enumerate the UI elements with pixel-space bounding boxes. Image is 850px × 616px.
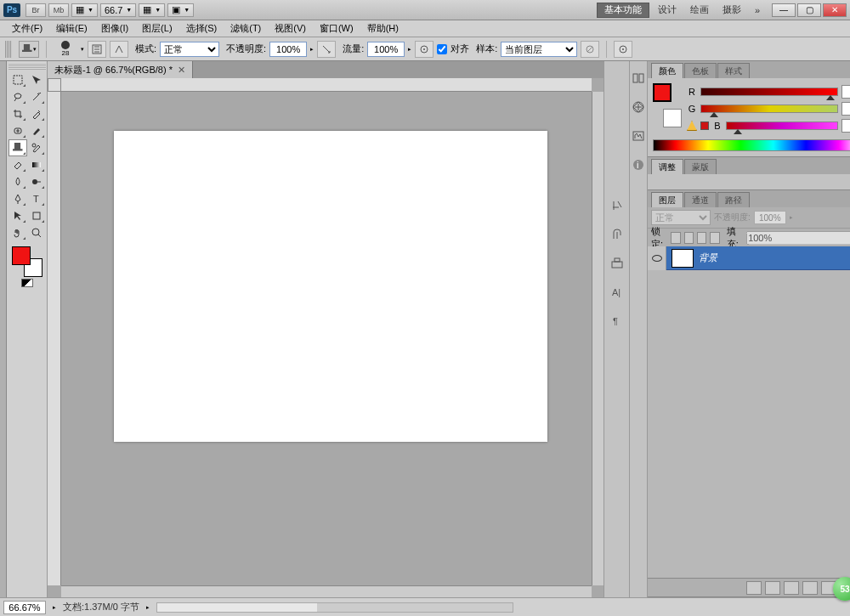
- hand-tool[interactable]: [8, 224, 27, 241]
- menu-view[interactable]: 视图(V): [268, 22, 313, 35]
- eyedropper-tool[interactable]: [27, 105, 46, 122]
- ruler-vertical[interactable]: [48, 92, 61, 585]
- zoom-input[interactable]: [3, 601, 46, 614]
- flow-input[interactable]: [367, 42, 405, 57]
- menu-filter[interactable]: 滤镜(T): [224, 22, 268, 35]
- history-panel-icon[interactable]: [630, 70, 647, 87]
- workspace-design-button[interactable]: 设计: [651, 3, 683, 16]
- color-spectrum[interactable]: [653, 139, 850, 151]
- document-tab[interactable]: 未标题-1 @ 66.7%(RGB/8) * ✕: [48, 61, 193, 78]
- airbrush-button[interactable]: [415, 41, 434, 58]
- menu-select[interactable]: 选择(S): [179, 22, 224, 35]
- crop-tool[interactable]: [8, 105, 27, 122]
- tab-layers[interactable]: 图层: [651, 192, 683, 207]
- brush-presets-panel-icon[interactable]: [609, 226, 626, 243]
- layer-thumbnail[interactable]: [672, 249, 694, 268]
- lock-all-button[interactable]: [710, 232, 719, 244]
- paragraph-panel-icon[interactable]: ¶: [609, 313, 626, 330]
- menu-help[interactable]: 帮助(H): [360, 22, 405, 35]
- status-thumbnail[interactable]: [156, 602, 513, 613]
- character-panel-icon[interactable]: [609, 197, 626, 214]
- tab-close-button[interactable]: ✕: [178, 65, 185, 76]
- toolbox-handle[interactable]: [8, 63, 46, 70]
- b-input[interactable]: [842, 119, 850, 133]
- adjustment-layer-button[interactable]: [802, 581, 818, 595]
- tablet-pressure-opacity-button[interactable]: [110, 41, 128, 58]
- workspace-more-button[interactable]: »: [748, 5, 767, 15]
- r-slider[interactable]: [700, 88, 838, 96]
- history-brush-tool[interactable]: [27, 139, 46, 156]
- tab-color[interactable]: 颜色: [651, 63, 683, 78]
- lasso-tool[interactable]: [8, 88, 27, 105]
- blend-mode-select[interactable]: 正常: [160, 42, 219, 57]
- canvas-viewport[interactable]: [48, 78, 604, 597]
- brush-preview[interactable]: 28: [54, 38, 77, 60]
- r-input[interactable]: [842, 85, 850, 99]
- foreground-color[interactable]: [12, 246, 31, 265]
- tab-styles[interactable]: 样式: [717, 63, 750, 78]
- aligned-checkbox[interactable]: [437, 44, 447, 54]
- scrollbar-vertical[interactable]: [592, 92, 604, 585]
- canvas[interactable]: [114, 131, 547, 442]
- wand-tool[interactable]: [27, 88, 46, 105]
- ruler-horizontal[interactable]: [61, 78, 592, 92]
- gamut-color-chip[interactable]: [700, 122, 709, 130]
- layer-mask-button[interactable]: [784, 581, 799, 595]
- brush-panel-button[interactable]: [88, 41, 106, 58]
- tab-paths[interactable]: 路径: [717, 192, 750, 207]
- view-extras-dropdown[interactable]: ▦▼: [139, 3, 165, 17]
- arrange-dropdown[interactable]: ▣▼: [167, 3, 194, 17]
- menu-file[interactable]: 文件(F): [5, 22, 49, 35]
- lock-position-button[interactable]: [697, 232, 706, 244]
- workspace-photo-button[interactable]: 摄影: [716, 3, 748, 16]
- menu-layer[interactable]: 图层(L): [135, 22, 178, 35]
- menu-edit[interactable]: 编辑(E): [49, 22, 94, 35]
- histogram-panel-icon[interactable]: [630, 127, 647, 144]
- minibridge-button[interactable]: Mb: [48, 3, 69, 17]
- ignore-adjustment-button[interactable]: [581, 41, 599, 58]
- link-layers-button[interactable]: [746, 581, 762, 595]
- g-input[interactable]: [842, 102, 850, 116]
- tab-masks[interactable]: 蒙版: [684, 159, 717, 174]
- pen-tool[interactable]: [8, 190, 27, 207]
- color-fg-swatch[interactable]: [653, 83, 672, 102]
- lock-pixels-button[interactable]: [684, 232, 694, 244]
- blur-tool[interactable]: [8, 173, 27, 190]
- screen-mode-dropdown[interactable]: ▦▼: [71, 3, 98, 17]
- layer-fill-input[interactable]: [746, 231, 850, 245]
- window-maximize-button[interactable]: ▢: [797, 3, 821, 17]
- tab-channels[interactable]: 通道: [684, 192, 717, 207]
- zoom-tool[interactable]: [27, 224, 46, 241]
- layer-opacity-input[interactable]: [754, 211, 786, 224]
- clone-source-panel-icon[interactable]: [609, 255, 626, 272]
- marquee-tool[interactable]: [8, 71, 27, 88]
- healing-tool[interactable]: [8, 122, 27, 139]
- g-slider[interactable]: [700, 105, 838, 113]
- gradient-tool[interactable]: [27, 156, 46, 173]
- layer-blend-select[interactable]: 正常: [651, 210, 711, 225]
- shape-tool[interactable]: [27, 207, 46, 224]
- clone-stamp-tool[interactable]: [8, 139, 27, 156]
- tab-swatches[interactable]: 色板: [684, 63, 717, 78]
- brush-tool[interactable]: [27, 122, 46, 139]
- optionsbar-grip[interactable]: [5, 41, 12, 58]
- color-bg-swatch[interactable]: [663, 109, 682, 127]
- scrollbar-horizontal[interactable]: [61, 585, 592, 597]
- window-close-button[interactable]: ✕: [823, 3, 847, 17]
- color-swatches[interactable]: [12, 246, 42, 277]
- layer-visibility-toggle[interactable]: [648, 246, 666, 270]
- b-slider[interactable]: [726, 122, 838, 130]
- menu-window[interactable]: 窗口(W): [313, 22, 360, 35]
- workspace-paint-button[interactable]: 绘画: [683, 3, 716, 16]
- sample-select[interactable]: 当前图层: [501, 42, 577, 57]
- window-minimize-button[interactable]: —: [772, 3, 796, 17]
- layer-list[interactable]: 背景 🔒: [648, 246, 850, 578]
- type-tool[interactable]: T: [27, 190, 46, 207]
- tab-adjustments[interactable]: 调整: [651, 159, 683, 174]
- current-tool-indicator[interactable]: ▾: [19, 41, 39, 58]
- gamut-warning-icon[interactable]: [687, 121, 697, 131]
- type-panel-icon[interactable]: A|: [609, 284, 626, 301]
- eraser-tool[interactable]: [8, 156, 27, 173]
- info-panel-icon[interactable]: i: [630, 156, 647, 173]
- zoom-dropdown[interactable]: 66.7▼: [100, 3, 136, 17]
